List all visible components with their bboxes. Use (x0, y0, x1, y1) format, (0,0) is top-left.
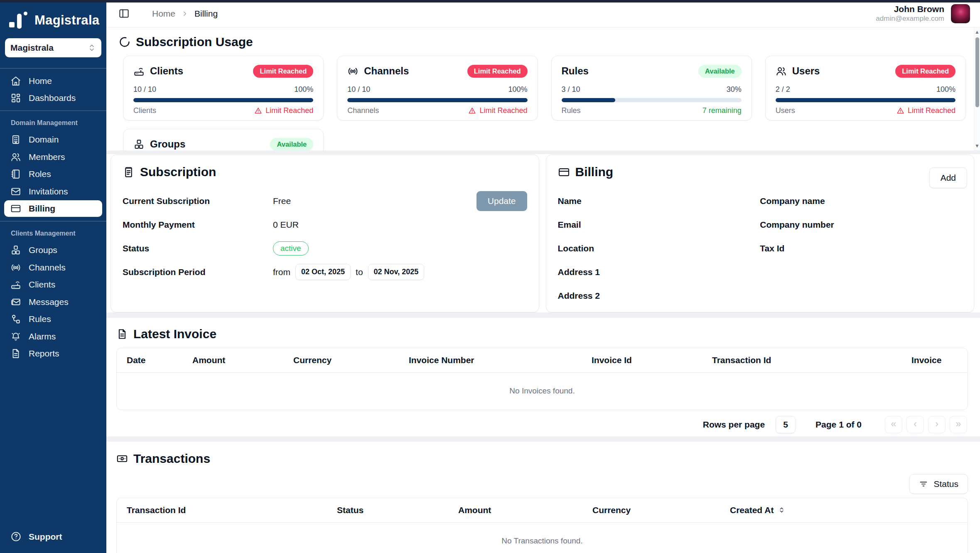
workflow-nodes-icon (10, 314, 21, 324)
usage-footer-label: Channels (347, 106, 379, 115)
sidebar-item-billing[interactable]: Billing (4, 200, 102, 217)
usage-count: 2 / 2 (776, 85, 790, 94)
column-header-amount: Amount (448, 498, 582, 522)
sidebar-item-invitations[interactable]: Invitations (4, 183, 102, 200)
subscription-panel: Subscription Current Subscription Free U… (111, 155, 539, 312)
avatar[interactable] (951, 4, 970, 23)
status-badge: Available (270, 138, 313, 151)
scrollbar-down-arrow[interactable]: ▼ (975, 142, 980, 150)
usage-scrollbar[interactable]: ▲ ▼ (974, 27, 980, 150)
app-logo-text: Magistrala (34, 13, 99, 28)
sidebar-item-roles[interactable]: Roles (4, 166, 102, 182)
usage-card-title: Users (792, 65, 820, 77)
column-header-transaction-id: Transaction Id (117, 498, 327, 522)
user-menu[interactable]: John Brown admin@example.com (876, 4, 970, 23)
status-filter-button[interactable]: Status (909, 474, 968, 494)
sidebar-item-label: Messages (29, 297, 69, 307)
sidebar-item-channels[interactable]: Channels (4, 259, 102, 276)
sidebar-footer: Support (0, 531, 106, 553)
period-from-label: from (273, 267, 290, 277)
next-page-button[interactable]: › (928, 416, 946, 433)
credit-card-icon (558, 166, 570, 178)
status-badge: Limit Reached (895, 65, 955, 78)
app-logo: Magistrala (0, 0, 106, 37)
sidebar-nav-main: Home Dashboards (0, 72, 106, 107)
period-to-label: to (356, 267, 363, 277)
section-separator (106, 150, 980, 154)
sidebar-nav-clients: Groups Channels Clients Messages Rules A… (0, 241, 106, 363)
sidebar-item-messages[interactable]: Messages (4, 294, 102, 310)
sidebar-item-label: Support (29, 532, 62, 542)
scrollbar-up-arrow[interactable]: ▲ (975, 27, 980, 36)
subscription-period-value: from 02 Oct, 2025 to 02 Nov, 2025 (273, 264, 424, 280)
section-separator (106, 312, 980, 318)
report-file-icon (10, 348, 21, 359)
device-router-icon (10, 279, 21, 290)
billing-field-company-number: Company number (760, 213, 962, 236)
usage-progress-bar (562, 98, 742, 102)
chevrons-up-down-icon (88, 44, 96, 52)
scrollbar-thumb[interactable] (975, 37, 979, 107)
mail-icon (10, 186, 21, 197)
boxes-icon (10, 245, 21, 256)
receipt-icon (123, 166, 135, 178)
last-page-button[interactable]: » (950, 416, 967, 433)
subscription-period-row: Subscription Period from 02 Oct, 2025 to… (123, 260, 527, 284)
transactions-header: Transactions (116, 452, 968, 466)
usage-card-title: Groups (150, 138, 185, 150)
transactions-section: Transactions Status Transaction Id Statu… (106, 442, 980, 553)
scrollbar-track[interactable] (974, 36, 980, 142)
boxes-icon (133, 139, 145, 150)
empty-row: No Transactions found. (117, 522, 968, 553)
transactions-table-header-row: Transaction Id Status Amount Currency Cr… (117, 498, 968, 522)
sidebar-item-members[interactable]: Members (4, 149, 102, 165)
breadcrumb-home-link[interactable]: Home (152, 9, 175, 19)
sidebar-item-rules[interactable]: Rules (4, 311, 102, 327)
status-badge: Limit Reached (253, 65, 313, 78)
billing-field-tax-id: Tax Id (760, 236, 962, 260)
invoices-table: Date Amount Currency Invoice Number Invo… (116, 348, 968, 410)
warning-triangle-icon (254, 107, 262, 115)
status-row: Status active (123, 236, 527, 260)
add-billing-button[interactable]: Add (929, 167, 967, 188)
sidebar-item-reports[interactable]: Reports (4, 345, 102, 362)
sidebar-item-home[interactable]: Home (4, 73, 102, 89)
billing-field-company-name: Company name (760, 189, 962, 213)
monthly-payment-value: 0 EUR (273, 220, 299, 230)
rows-per-page-select[interactable]: 5 (776, 416, 796, 433)
sidebar-divider (0, 68, 106, 69)
user-name: John Brown (876, 4, 944, 15)
bell-icon (10, 331, 21, 342)
invoice-file-icon (116, 328, 128, 340)
update-subscription-button[interactable]: Update (476, 191, 527, 211)
latest-invoice-title: Latest Invoice (133, 327, 216, 341)
usage-card-title: Clients (150, 65, 183, 77)
sidebar-item-label: Clients (29, 280, 55, 290)
workspace-selector[interactable]: Magistrala (5, 38, 101, 57)
transactions-toolbar: Status (116, 474, 968, 494)
sidebar-item-domain[interactable]: Domain (4, 131, 102, 148)
column-header-currency: Currency (283, 348, 399, 372)
period-from-date: 02 Oct, 2025 (295, 264, 351, 280)
sidebar-item-alarms[interactable]: Alarms (4, 328, 102, 345)
sidebar-item-support[interactable]: Support (10, 531, 96, 542)
billing-fields: Name Email Location Address 1 Address 2 … (558, 189, 963, 307)
usage-section-title: Subscription Usage (136, 35, 253, 49)
home-icon (10, 76, 21, 86)
sidebar-item-groups[interactable]: Groups (4, 242, 102, 258)
billing-field-location: Location (558, 236, 760, 260)
limit-reached-status: Limit Reached (254, 106, 313, 115)
previous-page-button[interactable]: ‹ (906, 416, 924, 433)
chevron-right-icon (181, 10, 189, 17)
field-label: Status (123, 243, 273, 253)
subscription-billing-row: Subscription Current Subscription Free U… (106, 154, 980, 312)
user-email: admin@example.com (876, 15, 944, 23)
sidebar-item-clients[interactable]: Clients (4, 276, 102, 293)
broadcast-icon (347, 66, 359, 77)
first-page-button[interactable]: « (885, 416, 902, 433)
sidebar-toggle-button[interactable] (117, 7, 130, 20)
billing-panel: Billing Add Name Email Location Address … (546, 155, 975, 312)
sidebar-item-label: Rules (29, 314, 51, 324)
created-at-sort-control[interactable]: Created At (730, 505, 786, 515)
sidebar-item-dashboards[interactable]: Dashboards (4, 90, 102, 106)
